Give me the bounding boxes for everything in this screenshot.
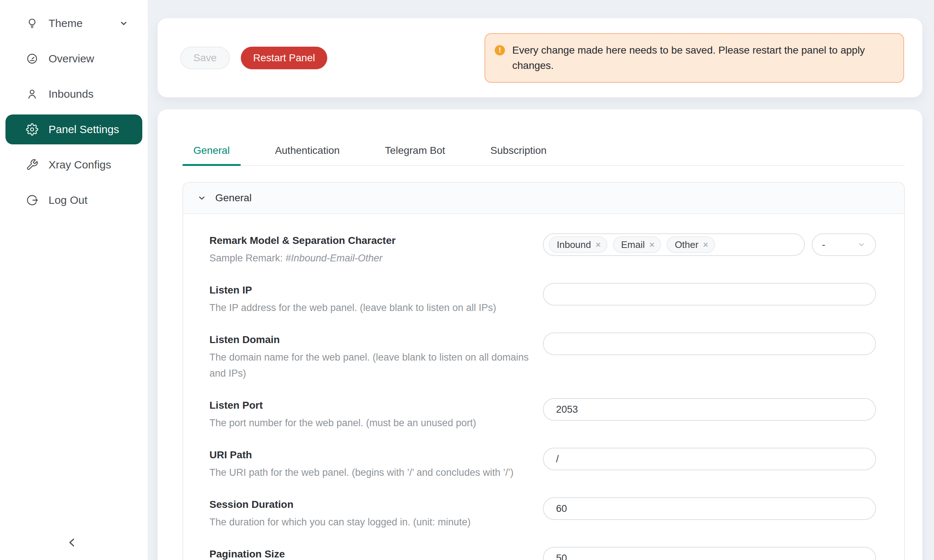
tag-label: Inbound: [557, 239, 591, 251]
form-row-remark-model: Remark Model & Separation Character Samp…: [210, 225, 876, 275]
field-label: Remark Model & Separation Character: [210, 233, 396, 248]
lightbulb-icon: [26, 17, 38, 29]
sidebar-item-panel-settings[interactable]: Panel Settings: [5, 114, 142, 145]
app-root: Theme Overview Inbounds Panel Settings: [0, 0, 934, 560]
tab-authentication[interactable]: Authentication: [264, 135, 351, 165]
settings-card: General Authentication Telegram Bot Subs…: [157, 109, 922, 560]
field-label: Pagination Size: [210, 547, 285, 560]
sidebar: Theme Overview Inbounds Panel Settings: [0, 0, 148, 560]
field-label: Listen IP: [210, 283, 496, 297]
field-label: URI Path: [210, 448, 513, 462]
chevron-down-icon: [197, 193, 207, 203]
wrench-icon: [26, 158, 38, 171]
form-row-pagination-size: Pagination Size: [210, 538, 876, 560]
remark-tag-other: Other×: [667, 236, 715, 253]
form-row-uri-path: URI Path The URI path for the web panel.…: [210, 439, 876, 489]
sidebar-item-label: Overview: [49, 52, 94, 65]
chevron-left-icon: [66, 536, 79, 549]
listen-ip-input[interactable]: [543, 283, 876, 306]
sidebar-item-label: Log Out: [49, 194, 88, 206]
alert-message: Every change made here needs to be saved…: [512, 43, 881, 73]
actions-card: Save Restart Panel ! Every change made h…: [157, 18, 922, 97]
general-panel-header[interactable]: General: [183, 183, 904, 214]
general-panel-body: Remark Model & Separation Character Samp…: [183, 214, 904, 560]
field-description: The URI path for the web panel. (begins …: [210, 465, 513, 480]
settings-tabs: General Authentication Telegram Bot Subs…: [182, 109, 905, 166]
form-row-listen-domain: Listen Domain The domain name for the we…: [210, 324, 876, 390]
form-row-listen-port: Listen Port The port number for the web …: [210, 390, 876, 439]
session-duration-input[interactable]: [543, 497, 876, 520]
logout-icon: [26, 194, 38, 206]
tab-subscription[interactable]: Subscription: [479, 135, 558, 165]
remark-tag-email: Email×: [613, 236, 661, 253]
field-label: Session Duration: [210, 497, 471, 512]
sidebar-item-label: Inbounds: [49, 88, 93, 100]
listen-domain-input[interactable]: [543, 332, 876, 355]
chevron-down-icon: [119, 18, 128, 28]
sidebar-item-label: Theme: [49, 17, 82, 29]
sidebar-item-label: Panel Settings: [49, 123, 119, 135]
separator-select[interactable]: -: [812, 233, 876, 256]
form-row-listen-ip: Listen IP The IP address for the web pan…: [210, 275, 876, 324]
sidebar-collapse-button[interactable]: [64, 534, 80, 551]
sidebar-item-label: Xray Configs: [49, 158, 111, 171]
listen-port-input[interactable]: [543, 398, 876, 421]
field-description: Sample Remark: #Inbound-Email-Other: [210, 250, 396, 266]
user-icon: [26, 88, 38, 100]
sidebar-item-theme[interactable]: Theme: [5, 8, 142, 38]
chevron-down-icon: [857, 240, 866, 249]
sidebar-item-xray-configs[interactable]: Xray Configs: [5, 150, 142, 180]
main-content: Save Restart Panel ! Every change made h…: [148, 0, 934, 560]
uri-path-input[interactable]: [543, 448, 876, 470]
warning-icon: !: [495, 45, 505, 55]
separator-value: -: [822, 239, 825, 251]
tab-general[interactable]: General: [182, 135, 241, 165]
tag-label: Email: [621, 239, 645, 251]
restart-warning-alert: ! Every change made here needs to be sav…: [484, 33, 904, 83]
tag-remove-icon[interactable]: ×: [595, 240, 601, 249]
tag-label: Other: [675, 239, 698, 251]
sample-remark-prefix: Sample Remark:: [210, 253, 286, 264]
form-row-session-duration: Session Duration The duration for which …: [210, 489, 876, 538]
field-description: The duration for which you can stay logg…: [210, 514, 471, 530]
restart-panel-button[interactable]: Restart Panel: [241, 47, 328, 69]
tag-remove-icon[interactable]: ×: [703, 240, 708, 249]
field-label: Listen Domain: [210, 332, 538, 347]
general-collapse-panel: General Remark Model & Separation Charac…: [182, 182, 905, 560]
panel-title: General: [215, 192, 252, 204]
remark-model-tags-input[interactable]: Inbound× Email× Other×: [543, 233, 805, 256]
tab-telegram-bot[interactable]: Telegram Bot: [374, 135, 456, 165]
pagination-size-input[interactable]: [543, 547, 876, 560]
sidebar-item-log-out[interactable]: Log Out: [5, 185, 142, 215]
field-description: The IP address for the web panel. (leave…: [210, 300, 496, 316]
gear-icon: [26, 123, 38, 135]
sample-remark-value: #Inbound-Email-Other: [286, 253, 383, 264]
field-description: The domain name for the web panel. (leav…: [210, 349, 538, 382]
remark-tag-inbound: Inbound×: [549, 236, 607, 253]
field-label: Listen Port: [210, 398, 476, 413]
gauge-icon: [26, 52, 38, 65]
sidebar-item-inbounds[interactable]: Inbounds: [5, 79, 142, 109]
save-button[interactable]: Save: [180, 47, 230, 69]
field-description: The port number for the web panel. (must…: [210, 415, 476, 431]
tag-remove-icon[interactable]: ×: [649, 240, 655, 249]
sidebar-item-overview[interactable]: Overview: [5, 44, 142, 74]
